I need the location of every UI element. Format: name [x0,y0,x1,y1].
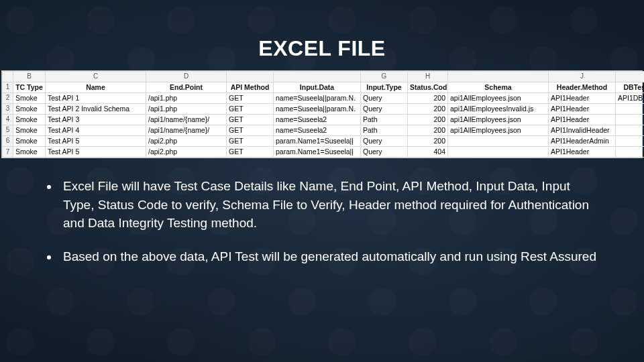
row-number: 5 [3,125,13,136]
cell: API1Header [549,147,616,158]
cell: name=Suseela||param.N. [274,103,361,114]
column-letter [227,72,274,82]
cell: Test API 5 [46,136,146,147]
excel-screenshot: BCDGHJK1TC TypeNameEnd.PointAPI MethodIn… [1,70,643,158]
table-row: 5SmokeTest API 4/api1/name/{name}/GETnam… [3,125,645,136]
column-letter: J [549,72,616,82]
cell: Test API 4 [46,125,146,136]
cell: GET [227,93,274,103]
cell: /api1.php [146,93,227,103]
cell: Smoke [13,125,46,136]
column-letter: D [146,72,227,82]
cell: API1HeaderAdmin [549,136,616,147]
column-header: DBTest.Method [616,82,645,93]
column-header: Status.Code [408,82,448,93]
sheet-corner [3,72,13,82]
cell: GET [227,147,274,158]
cell: Query [361,103,408,114]
bullet-item: Excel File will have Test Case Details l… [59,177,604,233]
cell: 404 [408,147,448,158]
column-letter: K [616,72,645,82]
column-header: API Method [227,82,274,93]
bullet-list: Excel File will have Test Case Details l… [40,177,604,265]
cell: api1AllEmployees.json [448,93,549,103]
column-letter: B [13,72,46,82]
column-letter: C [46,72,146,82]
cell [616,103,645,114]
column-letter [448,72,549,82]
cell: GET [227,125,274,136]
cell: Query [361,147,408,158]
cell: /api2.php [146,136,227,147]
cell: Query [361,93,408,103]
cell: Test API 1 [46,93,146,103]
cell: API1Header [549,93,616,103]
cell: GET [227,114,274,125]
row-number: 7 [3,147,13,158]
table-row: 6SmokeTest API 5/api2.phpGETparam.Name1=… [3,136,645,147]
cell: name=Suseela2 [274,114,361,125]
cell: Test API 2 Invalid Schema [46,103,146,114]
row-number: 3 [3,103,13,114]
column-header: Input.Data [274,82,361,93]
column-header: Header.Method [549,82,616,93]
table-row: 2SmokeTest API 1/api1.phpGETname=Suseela… [3,93,645,103]
cell: GET [227,136,274,147]
cell: API1InvalidHeader [549,125,616,136]
row-number: 4 [3,114,13,125]
cell: API1Header [549,103,616,114]
table-row: 3SmokeTest API 2 Invalid Schema/api1.php… [3,103,645,114]
cell [616,125,645,136]
cell: Smoke [13,136,46,147]
column-header: Schema [448,82,549,93]
cell: Smoke [13,103,46,114]
column-letter: H [408,72,448,82]
cell [448,147,549,158]
bullet-item: Based on the above data, API Test will b… [59,247,604,266]
cell [616,136,645,147]
cell: 200 [408,103,448,114]
column-header: Input.Type [361,82,408,93]
cell: /api1/name/{name}/ [146,125,227,136]
cell: Query [361,136,408,147]
cell: /api2.php [146,147,227,158]
cell: API1DBValidate [616,93,645,103]
cell: GET [227,103,274,114]
column-header: End.Point [146,82,227,93]
cell: Path [361,125,408,136]
cell: name=Suseela||param.N. [274,93,361,103]
cell: param.Name1=Suseela|| [274,136,361,147]
cell [448,136,549,147]
cell: 200 [408,125,448,136]
row-number: 6 [3,136,13,147]
cell: api1AllEmployees.json [448,114,549,125]
column-header: TC Type [13,82,46,93]
table-row: 4SmokeTest API 3/api1/name/{name}/GETnam… [3,114,645,125]
cell: 200 [408,93,448,103]
cell: /api1.php [146,103,227,114]
cell: api1AllEmployeesInvalid.js [448,103,549,114]
cell: Test API 5 [46,147,146,158]
cell: name=Suseela2 [274,125,361,136]
column-letter: G [361,72,408,82]
cell: Test API 3 [46,114,146,125]
cell: param.Name1=Suseela|| [274,147,361,158]
table-row: 7SmokeTest API 5/api2.phpGETparam.Name1=… [3,147,645,158]
cell: 200 [408,136,448,147]
row-number: 1 [3,82,13,93]
cell [616,114,645,125]
cell: /api1/name/{name}/ [146,114,227,125]
cell: Smoke [13,93,46,103]
cell: api1AllEmployees.json [448,125,549,136]
cell: 200 [408,114,448,125]
row-number: 2 [3,93,13,103]
cell: Smoke [13,147,46,158]
column-header: Name [46,82,146,93]
cell [616,147,645,158]
cell: Path [361,114,408,125]
cell: Smoke [13,114,46,125]
excel-table: BCDGHJK1TC TypeNameEnd.PointAPI MethodIn… [2,71,644,158]
cell: API1Header [549,114,616,125]
page-title: EXCEL FILE [0,36,644,61]
column-letter [274,72,361,82]
